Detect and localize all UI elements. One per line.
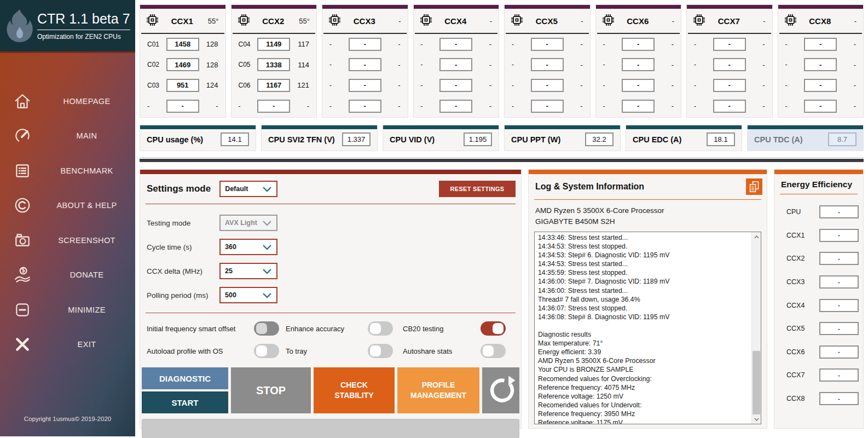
app-subtitle: Optimization for ZEN2 CPUs xyxy=(37,33,130,41)
metric-panel-topbar xyxy=(262,125,377,129)
core-extra-value: - xyxy=(384,81,401,89)
core-frequency-field[interactable]: - xyxy=(804,58,837,71)
core-frequency-field[interactable]: - xyxy=(349,79,381,92)
sidebar-item-homepage[interactable]: HOMEPAGE xyxy=(0,84,135,119)
log-line: 14:34:53: Stress test stopped. xyxy=(538,242,750,251)
core-frequency-field[interactable]: - xyxy=(622,38,655,51)
log-scrollbar[interactable] xyxy=(751,232,761,424)
metric-label: CPU SVI2 TFN (V) xyxy=(268,135,335,144)
toggle-switch[interactable] xyxy=(368,344,393,358)
progress-bar xyxy=(142,419,519,438)
core-label: - xyxy=(239,102,255,110)
dropdown-value: Default xyxy=(225,185,248,193)
core-label: - xyxy=(694,61,710,68)
core-extra-value: - xyxy=(475,61,491,69)
core-frequency-field[interactable]: 1458 xyxy=(166,38,199,51)
app-title-block: CTR 1.1 beta 7 Optimization for ZEN2 CPU… xyxy=(37,11,130,41)
core-frequency-field[interactable]: - xyxy=(622,79,655,92)
core-frequency-field[interactable]: - xyxy=(531,58,564,71)
scroll-down-icon[interactable] xyxy=(752,414,761,424)
reset-settings-button[interactable]: RESET SETTINGS xyxy=(439,181,516,197)
core-frequency-field[interactable]: - xyxy=(713,58,746,71)
scrollbar-thumb[interactable] xyxy=(753,351,760,414)
sidebar-item-about-help[interactable]: ABOUT & HELP xyxy=(0,188,135,223)
settings-mode-dropdown[interactable]: Default xyxy=(219,181,277,197)
sidebar-item-screenshot[interactable]: SCREENSHOT xyxy=(0,223,135,258)
core-frequency-field[interactable]: - xyxy=(439,79,472,92)
field-dropdown[interactable]: 25 xyxy=(219,263,277,279)
cpu-chip-icon xyxy=(419,13,433,30)
core-frequency-field[interactable]: - xyxy=(713,100,746,113)
ccx-core-row: - - - xyxy=(505,75,590,96)
log-output-box[interactable]: 14:33:46: Stress test started... 14:34:5… xyxy=(534,232,761,424)
ccx-panel-header: CCX2 55° xyxy=(233,9,316,34)
core-frequency-field[interactable]: - xyxy=(531,79,564,92)
core-frequency-field[interactable]: - xyxy=(804,38,837,51)
energy-row-label: CCX3 xyxy=(786,278,814,286)
metric-value: 8.7 xyxy=(828,132,857,146)
dropdown-value: 500 xyxy=(225,291,236,299)
sidebar-item-label: MAIN xyxy=(38,131,135,140)
ccx-panel: CCX3 - - - - - - - - - - xyxy=(322,4,408,118)
core-frequency-field[interactable]: - xyxy=(349,58,381,71)
core-frequency-field[interactable]: - xyxy=(622,100,655,113)
log-line: 14:36:00: Stress test started... xyxy=(538,286,750,295)
toggle-switch[interactable] xyxy=(481,344,506,358)
core-frequency-field[interactable]: - xyxy=(531,100,564,113)
core-frequency-field[interactable]: - xyxy=(713,38,746,51)
ccx-core-row: - - - xyxy=(414,96,499,117)
core-frequency-field[interactable]: 1167 xyxy=(257,79,290,92)
log-title: Log & System Information xyxy=(535,182,746,192)
core-frequency-field[interactable]: - xyxy=(713,79,746,92)
profile-management-button[interactable]: PROFILE MANAGEMENT xyxy=(397,367,479,413)
core-frequency-field[interactable]: - xyxy=(257,100,290,113)
stop-button[interactable]: STOP xyxy=(231,367,311,413)
core-frequency-field[interactable]: 1469 xyxy=(166,58,199,71)
core-frequency-field[interactable]: - xyxy=(166,100,199,113)
core-extra-value: - xyxy=(749,102,765,110)
core-frequency-field[interactable]: - xyxy=(439,100,472,113)
refresh-button[interactable] xyxy=(482,367,519,413)
core-label: - xyxy=(421,41,437,48)
toggle-switch[interactable] xyxy=(368,321,393,336)
log-line: Reference voltage: 1175 mV xyxy=(538,418,750,424)
toggle-switch[interactable] xyxy=(254,321,279,336)
sidebar-item-donate[interactable]: DONATE xyxy=(0,258,135,293)
metric-panel: CPU SVI2 TFN (V) 1.337 xyxy=(261,125,378,151)
core-label: - xyxy=(421,82,437,89)
core-label: - xyxy=(603,61,620,68)
field-dropdown[interactable]: AVX Light xyxy=(219,215,277,231)
core-frequency-field[interactable]: - xyxy=(804,79,837,92)
sidebar-item-minimize[interactable]: MINIMIZE xyxy=(0,292,135,327)
core-frequency-field[interactable]: - xyxy=(349,38,381,51)
field-dropdown[interactable]: 360 xyxy=(219,239,277,255)
sidebar-item-benchmark[interactable]: BENCHMARK xyxy=(0,153,135,188)
settings-header: Settings mode Default RESET SETTINGS xyxy=(140,174,521,203)
ccx-panel: CCX6 - - - - - - - - - - xyxy=(595,4,682,118)
toggle-switch[interactable] xyxy=(481,321,506,336)
check-stability-button[interactable]: CHECK STABILITY xyxy=(314,367,395,413)
core-frequency-field[interactable]: 1149 xyxy=(257,38,290,51)
core-frequency-field[interactable]: - xyxy=(439,58,472,71)
start-button[interactable]: START xyxy=(142,391,228,413)
log-line: Recomended values for Overclocking: xyxy=(538,374,750,383)
scroll-up-icon[interactable] xyxy=(752,232,761,241)
sidebar-item-main[interactable]: MAIN xyxy=(0,119,135,154)
core-frequency-field[interactable]: 1338 xyxy=(257,58,290,71)
core-frequency-field[interactable]: - xyxy=(622,58,655,71)
chevron-down-icon xyxy=(262,292,272,298)
core-frequency-field[interactable]: - xyxy=(804,100,837,113)
toggle-switch[interactable] xyxy=(254,344,279,358)
field-dropdown[interactable]: 500 xyxy=(219,287,277,303)
ccx-core-row: - - - xyxy=(140,96,225,117)
energy-row: CCX6 - xyxy=(786,341,863,364)
core-frequency-field[interactable]: - xyxy=(349,100,381,113)
sidebar-item-exit[interactable]: EXIT xyxy=(0,327,135,362)
core-frequency-field[interactable]: - xyxy=(531,38,564,51)
core-frequency-field[interactable]: - xyxy=(439,38,472,51)
metric-body: CPU PPT (W) 32.2 xyxy=(505,129,620,151)
diagnostic-button[interactable]: DIAGNOSTIC xyxy=(142,367,228,389)
copy-log-button[interactable] xyxy=(746,178,762,195)
ccx-core-row: - - - xyxy=(596,75,681,96)
core-frequency-field[interactable]: 951 xyxy=(166,79,199,92)
